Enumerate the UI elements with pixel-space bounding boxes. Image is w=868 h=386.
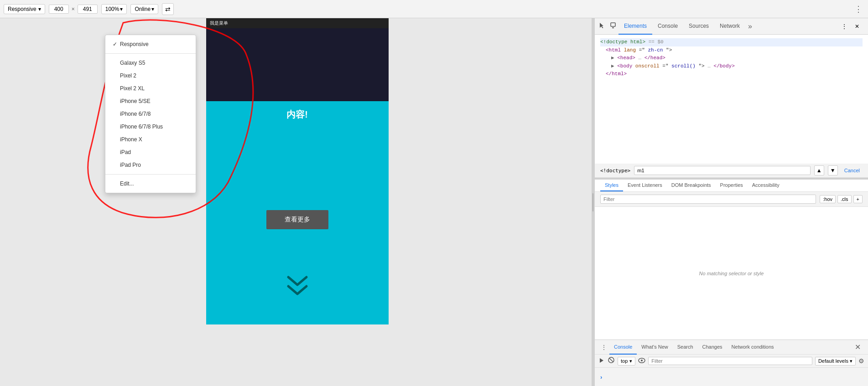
dropdown-item-edit[interactable]: Edit...	[105, 177, 196, 190]
dots-icon: ⋮	[854, 4, 863, 14]
dom-line-doctype[interactable]: <!doctype html> == $0	[600, 38, 863, 46]
console-context-selector[interactable]: top ▾	[618, 357, 635, 365]
console-run-button[interactable]	[598, 357, 605, 365]
dom-attr-close: ">	[666, 47, 672, 53]
bottom-tab-search[interactable]: Search	[673, 340, 698, 355]
bottom-tab-console-label: Console	[614, 344, 632, 350]
dropdown-divider	[105, 53, 196, 54]
dom-line-head[interactable]: ▶ <head> … </head>	[600, 54, 863, 62]
add-icon: +	[857, 196, 859, 202]
device-text-area: 内容!	[206, 101, 389, 128]
device-selector[interactable]: Responsive ▾	[4, 4, 45, 14]
tab-console[interactable]: Console	[652, 18, 683, 35]
bottom-tab-network-conditions[interactable]: Network conditions	[727, 340, 779, 355]
devtools-more-tabs[interactable]: »	[745, 22, 755, 31]
online-label: Online	[135, 6, 151, 12]
doctype-up-icon: ▲	[816, 167, 822, 174]
styles-tab-label: Styles	[605, 182, 619, 188]
styles-tab-label: Properties	[720, 182, 743, 188]
console-settings-button[interactable]: ⚙	[858, 357, 864, 365]
doctype-search-bar: <!doctype> ▲ ▼ Cancel	[595, 164, 868, 178]
dropdown-item-pixel-2-xl[interactable]: Pixel 2 XL	[105, 82, 196, 95]
styles-tab-accessibility[interactable]: Accessibility	[748, 180, 784, 191]
console-clear-button[interactable]	[608, 356, 615, 365]
devtools-tab-bar: Elements Console Sources Network » ⋮	[595, 18, 868, 35]
doctype-cancel-button[interactable]: Cancel	[842, 167, 863, 174]
dropdown-item-galaxy-s5[interactable]: Galaxy S5	[105, 57, 196, 69]
dom-onscroll-eq: ="	[662, 63, 668, 69]
expand-body-icon[interactable]: ▶	[611, 63, 614, 69]
styles-tab-dom-breakpoints[interactable]: DOM Breakpoints	[667, 180, 716, 191]
dropdown-item-pixel-2[interactable]: Pixel 2	[105, 69, 196, 82]
styles-filter-input[interactable]	[600, 195, 816, 204]
devtools-close-button[interactable]: ✕	[852, 21, 863, 32]
dropdown-item-ipad-pro[interactable]: iPad Pro	[105, 159, 196, 171]
styles-tab-styles[interactable]: Styles	[600, 180, 623, 191]
device-preview: 我是菜单 内容! 查看更多	[0, 18, 594, 386]
toolbar-more-button[interactable]: ⋮	[852, 3, 864, 15]
device-selector-arrow: ▾	[38, 6, 41, 12]
bottom-tab-bar: ⋮ Console What's New Search Changes	[595, 340, 868, 355]
bottom-tab-console[interactable]: Console	[609, 340, 637, 355]
width-input[interactable]	[49, 5, 69, 14]
dom-head-close: </head>	[645, 55, 665, 61]
bottom-tab-whats-new[interactable]: What's New	[637, 340, 672, 355]
tab-elements[interactable]: Elements	[619, 18, 652, 35]
devtools-dots-button[interactable]: ⋮	[839, 21, 850, 32]
cursor-tool-button[interactable]	[597, 21, 608, 32]
dom-line-html[interactable]: <html lang =" zh-cn ">	[600, 46, 863, 55]
styles-tab-label: DOM Breakpoints	[671, 182, 711, 188]
top-toolbar: Responsive ▾ × 100% ▾ Online ▾ ⇄ ⋮	[0, 0, 868, 18]
styles-tab-label: Accessibility	[752, 182, 780, 188]
dropdown-item-iphone-678[interactable]: iPhone 6/7/8	[105, 108, 196, 120]
styles-tab-event-listeners[interactable]: Event Listeners	[623, 180, 667, 191]
tab-network[interactable]: Network	[714, 18, 745, 35]
doctype-down-icon: ▼	[830, 167, 836, 174]
device-chevron	[284, 275, 311, 301]
console-eye-button[interactable]	[638, 357, 645, 365]
cls-button[interactable]: .cls	[837, 195, 852, 203]
console-context-label: top	[621, 358, 628, 364]
console-context-arrow: ▾	[629, 358, 632, 364]
dropdown-item-iphone-x[interactable]: iPhone X	[105, 133, 196, 146]
bottom-tab-changes-label: Changes	[702, 344, 722, 350]
console-filter-input[interactable]	[648, 357, 812, 365]
device-tool-button[interactable]	[608, 21, 619, 32]
dimension-separator: ×	[72, 6, 75, 12]
device-dropdown: ✓ Responsive Galaxy S5 Pixel 2 Pixel	[105, 35, 196, 193]
hov-button[interactable]: :hov	[820, 195, 836, 203]
online-selector[interactable]: Online ▾	[130, 4, 158, 14]
dropdown-item-label: iPad	[120, 149, 131, 155]
zoom-selector[interactable]: 100% ▾	[101, 4, 127, 14]
dropdown-item-label: iPhone 6/7/8	[120, 111, 151, 117]
dropdown-item-ipad[interactable]: iPad	[105, 146, 196, 159]
tab-sources[interactable]: Sources	[683, 18, 714, 35]
bottom-tab-search-label: Search	[677, 344, 693, 350]
doctype-up-button[interactable]: ▲	[814, 165, 824, 175]
height-input[interactable]	[78, 5, 98, 14]
dom-html-open: <html	[606, 47, 621, 53]
device-cta-button[interactable]: 查看更多	[266, 210, 328, 229]
bottom-tab-changes[interactable]: Changes	[698, 340, 727, 355]
devtools-panel: Elements Console Sources Network » ⋮	[594, 18, 868, 386]
dom-attr-eq: ="	[639, 47, 645, 53]
bottom-tab-whats-new-label: What's New	[641, 344, 668, 350]
doctype-down-button[interactable]: ▼	[828, 165, 838, 175]
add-rule-button[interactable]: +	[853, 195, 863, 203]
console-level-selector[interactable]: Default levels ▾	[815, 357, 856, 365]
resize-handle[interactable]	[592, 18, 594, 386]
bottom-panel: ⋮ Console What's New Search Changes	[595, 340, 868, 386]
rotate-button[interactable]: ⇄	[162, 3, 174, 15]
dropdown-item-iphone-5-se[interactable]: iPhone 5/SE	[105, 95, 196, 108]
dom-line-html-close[interactable]: </html>	[600, 70, 863, 78]
bottom-more-button[interactable]: ⋮	[598, 342, 609, 353]
dom-line-body[interactable]: ▶ <body onscroll =" scroll() "> … </body…	[600, 62, 863, 71]
dropdown-item-iphone-678-plus[interactable]: iPhone 6/7/8 Plus	[105, 120, 196, 133]
doctype-search-input[interactable]	[634, 166, 811, 175]
expand-head-icon[interactable]: ▶	[611, 55, 614, 61]
dropdown-item-label: Pixel 2 XL	[120, 85, 145, 92]
styles-tab-properties[interactable]: Properties	[716, 180, 748, 191]
bottom-panel-close-button[interactable]: ✕	[851, 343, 864, 351]
dropdown-item-responsive[interactable]: ✓ Responsive	[105, 38, 196, 51]
devtools-actions: ⋮ ✕	[839, 21, 866, 32]
